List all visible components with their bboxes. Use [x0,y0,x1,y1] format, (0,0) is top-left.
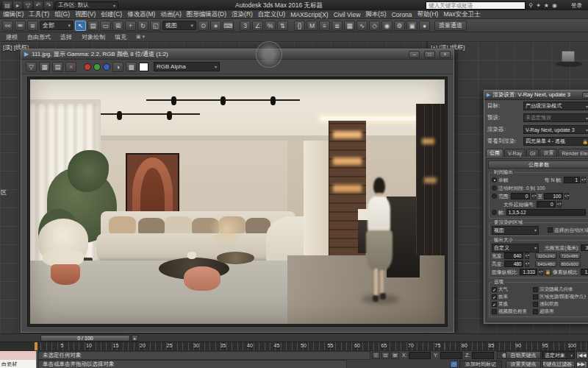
resolution-preset-button[interactable]: 800x600 [559,261,581,267]
checkbox[interactable]: ✓ [492,287,497,292]
mini-listener-line[interactable]: 白瓷材 [0,360,37,368]
tab-设置[interactable]: 设置 [539,149,557,157]
select-and-rotate-icon[interactable]: ↻ [137,21,148,31]
close-icon[interactable]: × [440,51,451,58]
aperture-field[interactable]: 36.0 [581,244,588,251]
resolution-preset-button[interactable]: 640x480 [535,261,556,267]
option-大气[interactable]: ✓大气 [492,286,530,293]
ribbon-tab[interactable]: 建模 [6,33,18,41]
x-coordinate-field[interactable] [409,352,431,359]
scene-object[interactable] [562,51,575,62]
menu-item[interactable]: 动画(A) [160,10,181,19]
select-and-scale-icon[interactable]: ◱ [150,21,161,31]
y-coordinate-field[interactable] [440,352,462,359]
select-object-icon[interactable]: ↖ [75,21,86,31]
next-frame-button[interactable]: ▸ [132,335,138,342]
angle-snap-icon[interactable]: ∠ [252,21,263,31]
menu-item[interactable]: 组(G) [54,10,70,19]
spinner-snap-icon[interactable]: ⇅ [277,21,288,31]
auto-region-checkbox[interactable] [548,227,553,233]
ribbon-tab[interactable]: 对象绘制 [82,33,105,41]
every-n-field[interactable]: 1 [564,177,580,183]
output-preset-dropdown[interactable]: 自定义▾ [492,244,539,252]
save-file-icon[interactable]: ▽ [24,1,32,10]
signin-link[interactable]: 登录 [571,2,582,10]
new-file-icon[interactable]: ▤ [3,1,12,10]
unlink-selection-icon[interactable]: ⚮ [15,21,26,31]
checkbox[interactable] [492,309,497,314]
minimize-icon[interactable]: ─ [409,51,420,58]
pixel-aspect-field[interactable]: 1.0 [581,269,588,275]
resolution-preset-button[interactable]: 320x240 [535,252,556,259]
blue-channel-icon[interactable] [103,63,110,71]
range-radio[interactable] [492,194,497,199]
menu-item[interactable]: 帮助(H) [417,10,439,19]
help-search-input[interactable] [426,1,526,10]
tab-GI[interactable]: GI [526,149,539,157]
spinner[interactable]: ▲▼ [525,252,529,259]
redo-icon[interactable]: ↷ [44,1,53,10]
time-tag-icon[interactable]: ◷ [450,361,458,368]
option-渲染隐藏几何体[interactable]: 渲染隐藏几何体 [533,286,586,293]
percent-snap-icon[interactable]: % [265,21,276,31]
menu-item[interactable]: 创建(C) [101,10,122,19]
option-效果[interactable]: ✓效果 [492,293,530,300]
offset-mode-icon[interactable]: ⊞ [391,352,399,359]
absolute-mode-icon[interactable]: ⊡ [381,352,390,359]
spinner[interactable]: ▲▼ [539,269,543,275]
use-pivot-center-icon[interactable]: ⊙ [198,21,209,31]
snap-toggle-3d-icon[interactable]: 3 [240,21,251,31]
track-bar[interactable]: 5101520253035404550556065707580859095100 [0,342,588,350]
layer-manager-icon[interactable]: ≣ [331,21,343,31]
workspace-dropdown[interactable]: 工作区: 默认▾ [55,1,118,10]
select-and-manipulate-icon[interactable]: ∗ [210,21,221,31]
option-区域光源/阴影视作点光源[interactable]: 区域光源/阴影视作点光源 [533,293,586,300]
menu-item[interactable]: 脚本(S) [365,10,386,19]
spinner[interactable]: ▲▼ [531,193,536,199]
menu-item[interactable]: Max安全卫士 [443,10,480,19]
selection-filter-dropdown[interactable]: 全部▾ [40,21,74,30]
checkbox[interactable]: ✓ [492,302,497,307]
open-file-icon[interactable]: ▸ [13,1,22,10]
file-start-field[interactable]: 0 [537,201,556,208]
spinner[interactable]: ▲▼ [581,177,586,183]
select-and-link-icon[interactable]: ⚯ [2,21,13,31]
undo-icon[interactable]: ↶ [34,1,43,10]
ribbon-toggle-icon[interactable]: ▦ [344,21,355,31]
material-editor-icon[interactable]: ◉ [381,21,392,31]
menu-item[interactable]: 图形编辑器(D) [187,10,226,19]
curve-editor-icon[interactable]: ∿ [356,21,368,31]
checkbox[interactable] [533,302,538,307]
macro-recorder-line[interactable] [0,351,37,360]
minimize-icon[interactable]: ─ [582,92,588,99]
selection-region-icon[interactable]: ▭ [100,21,111,31]
mirror-icon[interactable]: M [306,21,318,31]
renderer-dropdown[interactable]: V-Ray Next, update 3▾ [523,125,588,134]
print-image-icon[interactable]: ▤ [52,62,63,72]
preset-dropdown[interactable]: 未选定预设▾ [523,113,588,122]
render-setup-icon[interactable]: ⚙ [394,21,405,31]
add-time-tag[interactable]: 添加时间标记 [459,361,502,368]
range-from-field[interactable]: 0 [511,193,530,199]
spinner[interactable]: ▲▼ [525,261,529,267]
render-setup-titlebar[interactable]: ▶ 渲染设置: V-Ray Next, update 3 ─ [484,91,588,100]
menu-item[interactable]: 视图(V) [75,10,96,19]
community-icon[interactable]: ✦ [536,2,541,9]
checkbox[interactable]: ✓ [492,294,497,300]
ribbon-config-icon[interactable]: ▣ ▾ [136,34,145,40]
rfw-titlebar[interactable]: ▶ 111.jpg, 显示 Gamma: 2.2, RGB 颜色 8 位/通道 … [21,49,453,60]
spinner[interactable]: ▲▼ [557,201,562,208]
menu-item[interactable]: MAXScript(X) [290,11,328,18]
rollout-common-parameters[interactable]: 公用参数 [488,160,588,169]
green-channel-icon[interactable] [93,63,101,71]
option-视频颜色检查[interactable]: 视频颜色检查 [492,308,530,315]
ribbon-tab[interactable]: 自由形式 [27,33,51,41]
selection-set-dropdown[interactable]: 选定对象▾ [542,351,575,359]
tab-V-Ray[interactable]: V-Ray [504,149,526,157]
menu-item[interactable]: 编辑(E) [3,10,24,19]
menu-item[interactable]: 自定义(U) [258,10,285,19]
keyboard-override-icon[interactable]: ⌨ [223,21,234,31]
checkbox[interactable] [533,294,538,300]
resolution-preset-button[interactable]: 720x486 [559,252,581,259]
height-field[interactable]: 480 [504,261,523,267]
